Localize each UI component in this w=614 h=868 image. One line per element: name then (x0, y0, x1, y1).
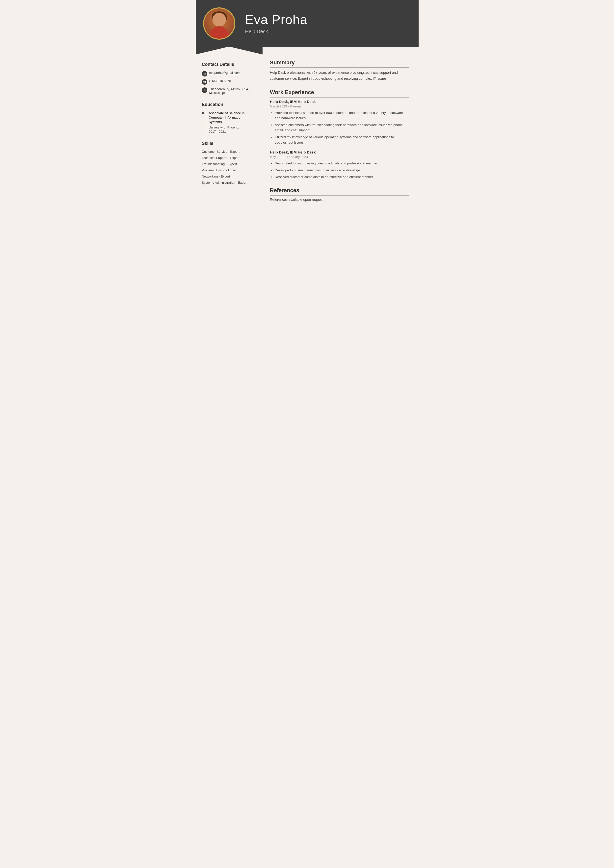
job-title: Help Desk, IBM Help Desk (270, 99, 409, 104)
summary-section: Summary Help Desk professional with 5+ y… (270, 59, 409, 82)
job-bullet-item: Utilized my knowledge of various operati… (275, 135, 409, 145)
job-bullet-item: Assisted customers with troubleshooting … (275, 122, 409, 133)
candidate-title: Help Desk (245, 29, 308, 34)
candidate-name: Eva Proha (245, 12, 308, 27)
job-bullet-item: Responded to customer inquiries in a tim… (275, 161, 409, 166)
email-link[interactable]: evaproha@gmail.com (209, 71, 241, 74)
summary-text: Help Desk professional with 5+ years of … (270, 70, 409, 82)
contact-address-item: ⊙ Theodorebury, 41926-3694, Mississippi (202, 87, 256, 95)
avatar (203, 8, 235, 40)
skill-item: Networking - Expert (202, 175, 256, 178)
skill-item: Problem Solving - Expert (202, 168, 256, 172)
contact-section-title: Contact Details (202, 62, 256, 67)
skill-item: Systems Administration - Expert (202, 181, 256, 184)
job-bullets: Provided technical support to over 500 c… (270, 110, 409, 145)
education-item: Associate of Science in Computer Informa… (202, 111, 256, 133)
jobs-list: Help Desk, IBM Help DeskMarch 2023 - Pre… (270, 99, 409, 180)
education-section: Education Associate of Science in Comput… (202, 102, 256, 133)
resume-document: Eva Proha Help Desk Contact Details ✉ ev… (196, 0, 418, 297)
contact-phone-item: ☎ (166) 816 8965 (202, 79, 256, 85)
skills-section-title: Skills (202, 141, 256, 146)
references-title: References (270, 187, 409, 195)
edu-school: University of Phoenix (209, 126, 256, 129)
job-bullet-item: Provided technical support to over 500 c… (275, 110, 409, 121)
sidebar: Contact Details ✉ evaproha@gmail.com ☎ (… (196, 50, 263, 216)
job-date: March 2023 - Present (270, 104, 409, 108)
job-date: May 2021 - February 2023 (270, 155, 409, 159)
education-section-title: Education (202, 102, 256, 107)
skill-item: Troubleshooting - Expert (202, 162, 256, 166)
job-bullets: Responded to customer inquiries in a tim… (270, 161, 409, 180)
content-area: Contact Details ✉ evaproha@gmail.com ☎ (… (196, 50, 418, 216)
phone-text: (166) 816 8965 (209, 79, 231, 83)
contact-email-item: ✉ evaproha@gmail.com (202, 71, 256, 76)
header-text: Eva Proha Help Desk (245, 12, 308, 34)
skills-list: Customer Service - ExpertTechnical Suppo… (202, 150, 256, 184)
work-experience-section: Work Experience Help Desk, IBM Help Desk… (270, 89, 409, 180)
skill-item: Customer Service - Expert (202, 150, 256, 153)
job-item-0: Help Desk, IBM Help DeskMarch 2023 - Pre… (270, 99, 409, 145)
edu-years: 2017 - 2021 (209, 130, 256, 133)
job-item-1: Help Desk, IBM Help DeskMay 2021 - Febru… (270, 150, 409, 180)
resume-header: Eva Proha Help Desk (196, 0, 418, 47)
address-text: Theodorebury, 41926-3694, Mississippi (209, 87, 256, 95)
job-bullet-item: Developed and maintained customer servic… (275, 167, 409, 173)
contact-section: Contact Details ✉ evaproha@gmail.com ☎ (… (202, 62, 256, 95)
summary-title: Summary (270, 59, 409, 68)
edu-degree: Associate of Science in Computer Informa… (209, 111, 256, 124)
skills-section: Skills Customer Service - ExpertTechnica… (202, 141, 256, 184)
job-title: Help Desk, IBM Help Desk (270, 150, 409, 154)
phone-icon: ☎ (202, 79, 207, 85)
location-icon: ⊙ (202, 87, 207, 93)
chevron-decoration (196, 46, 263, 54)
email-icon: ✉ (202, 71, 207, 76)
job-bullet-item: Resolved customer complaints in an effec… (275, 174, 409, 180)
references-text: References available upon request (270, 198, 409, 202)
skill-item: Technical Support - Expert (202, 156, 256, 160)
edu-content: Associate of Science in Computer Informa… (206, 111, 256, 133)
references-section: References References available upon req… (270, 187, 409, 202)
edu-bullet-icon (202, 112, 204, 114)
main-content: Summary Help Desk professional with 5+ y… (263, 50, 418, 216)
work-experience-title: Work Experience (270, 89, 409, 98)
